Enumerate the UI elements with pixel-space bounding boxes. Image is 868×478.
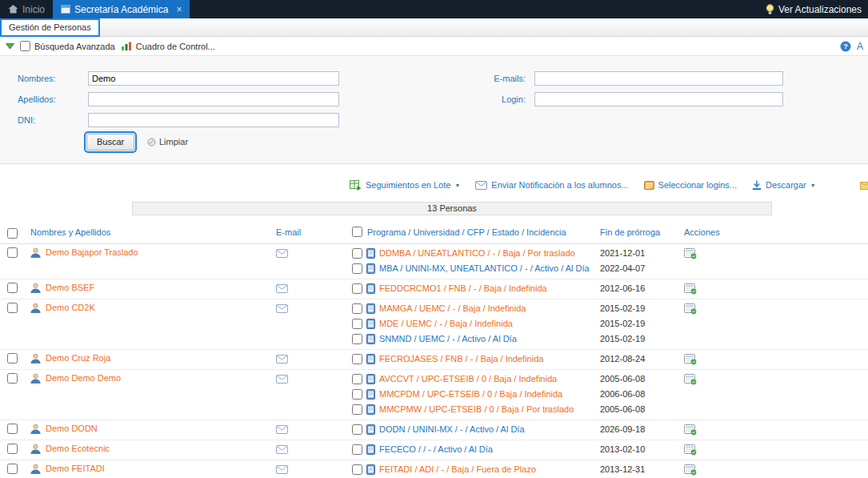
program-link[interactable]: DDMBA / UNEATLANTICO / - / Baja / Por tr… [379,248,575,258]
apellidos-input[interactable] [88,92,339,106]
generar-envio-button[interactable]: Generar Envío... [860,180,868,190]
actions-icon[interactable] [684,444,697,456]
actions-icon[interactable] [684,283,697,295]
busqueda-avanzada-label: Búsqueda Avanzada [34,42,115,51]
help-icon[interactable]: ? [840,41,851,52]
row-checkbox[interactable] [7,247,18,258]
program-checkbox[interactable] [352,263,362,274]
email-icon[interactable] [276,355,288,364]
program-link[interactable]: FECECO / / - / Activo / Al Día [379,444,493,454]
email-icon[interactable] [276,304,288,313]
tab-gestion-de-personas[interactable]: Gestión de Personas [0,18,100,37]
person-name-link[interactable]: Demo Demo Demo [46,373,121,383]
person-name-link[interactable]: Demo DODN [46,424,98,433]
descargar-label: Descargar [766,180,806,190]
lightbulb-icon [766,4,774,15]
nombres-input[interactable] [88,71,339,86]
ver-actualizaciones-label: Ver Actualizaciones [778,4,862,15]
program-checkbox[interactable] [352,424,362,435]
program-checkbox[interactable] [352,444,362,455]
results-table-header: Nombres y Apellidos E-mail Programa / Un… [0,223,868,244]
results-count-band: 13 Personas [132,202,772,215]
column-header-prorroga[interactable]: Fin de prórroga [596,227,680,237]
actions-icon[interactable] [684,247,697,259]
chart-icon [121,41,132,51]
row-checkbox[interactable] [7,303,18,313]
row-checkbox[interactable] [7,444,18,454]
program-checkbox[interactable] [352,283,362,294]
ver-actualizaciones-link[interactable]: Ver Actualizaciones [766,0,868,18]
limpiar-button[interactable]: Limpiar [147,137,188,147]
descargar-menu[interactable]: Descargar ▼ [752,180,816,191]
emails-input[interactable] [534,71,783,86]
program-checkbox[interactable] [352,248,362,259]
program-line: AVCCVT / UPC-ETSEIB / 0 / Baja / Indefin… [348,372,596,387]
emails-label: E-mails: [468,74,526,83]
program-checkbox[interactable] [352,303,362,314]
program-link[interactable]: MMCPDM / UPC-ETSEIB / 0 / Baja / Indefin… [379,389,562,399]
email-icon[interactable] [276,445,288,454]
person-name-link[interactable]: Demo Cruz Roja [46,353,110,363]
program-checkbox[interactable] [352,404,362,415]
cuadro-de-control-button[interactable]: Cuadro de Control... [121,41,215,51]
close-icon[interactable]: × [176,5,182,14]
program-checkbox[interactable] [352,354,362,364]
actions-icon[interactable] [684,303,697,315]
row-checkbox[interactable] [7,283,18,293]
tab-secretaria-academica[interactable]: Secretaría Académica × [53,0,190,18]
seleccionar-logins-button[interactable]: Seleccionar logins... [644,180,737,191]
program-checkbox[interactable] [352,389,362,400]
column-header-email[interactable]: E-mail [268,227,348,237]
column-header-name[interactable]: Nombres y Apellidos [24,227,268,237]
person-name-link[interactable]: Demo Bajapor Traslado [46,247,138,257]
row-checkbox[interactable] [7,424,18,434]
collapse-panel-icon[interactable] [6,43,14,50]
actions-icon[interactable] [684,353,697,365]
fin-prorroga-date: 2013-02-10 [596,442,680,457]
select-all-rows-checkbox[interactable] [7,228,18,239]
document-icon [366,263,375,274]
actions-icon[interactable] [684,424,697,436]
actions-icon[interactable] [684,373,697,385]
program-link[interactable]: FECROJASES / FNB / - / Baja / Indefinida [379,354,543,364]
email-icon[interactable] [276,375,288,384]
select-all-programs-checkbox[interactable] [352,227,362,237]
person-name-link[interactable]: Demo Ecotecnic [46,444,110,453]
program-link[interactable]: FEITADI / ADI / - / Baja / Fuera de Plaz… [379,464,536,474]
person-name-link[interactable]: Demo FEITADI [46,464,105,473]
email-icon[interactable] [276,249,288,258]
dni-input[interactable] [88,113,339,127]
login-input[interactable] [534,92,783,106]
program-checkbox[interactable] [352,374,362,384]
program-checkbox[interactable] [352,334,362,344]
program-checkbox[interactable] [352,319,362,329]
column-header-program[interactable]: Programa / Universidad / CFP / Estado / … [367,227,566,237]
nombres-label: Nombres: [18,74,56,83]
program-link[interactable]: MAMGA / UEMC / - / Baja / Indefinida [379,303,526,313]
row-checkbox[interactable] [7,464,18,474]
busqueda-avanzada-toggle[interactable]: Búsqueda Avanzada [20,41,115,51]
program-link[interactable]: DODN / UNINI-MX / - / Activo / Al Día [379,424,525,434]
program-link[interactable]: SNMND / UEMC / - / Activo / Al Día [379,334,517,343]
program-link[interactable]: AVCCVT / UPC-ETSEIB / 0 / Baja / Indefin… [379,374,557,384]
seguimientos-en-lote-menu[interactable]: Seguimientos en Lote ▼ [350,180,460,191]
program-link[interactable]: MMCPMW / UPC-ETSEIB / 0 / Baja / Por tra… [379,404,574,414]
busqueda-avanzada-checkbox[interactable] [20,41,30,51]
program-link[interactable]: FEDDCRCMO1 / FNB / - / Baja / Indefinida [379,283,547,293]
buscar-button[interactable]: Buscar [86,134,134,151]
email-icon[interactable] [276,284,288,293]
person-name-link[interactable]: Demo CD2K [46,303,95,312]
actions-icon[interactable] [684,464,697,476]
help-link-label[interactable]: A [857,41,863,52]
email-icon[interactable] [276,465,288,474]
program-checkbox[interactable] [352,464,362,475]
program-link[interactable]: MDE / UEMC / - / Baja / Indefinida [379,319,513,328]
tab-inicio[interactable]: Inicio [0,0,53,18]
person-name-link[interactable]: Demo BSEF [46,283,94,292]
column-header-acciones[interactable]: Acciones [680,227,868,237]
row-checkbox[interactable] [7,353,18,364]
row-checkbox[interactable] [7,373,18,384]
program-link[interactable]: MBA / UNINI-MX, UNEATLANTICO / - / Activ… [379,263,590,273]
enviar-notificacion-button[interactable]: Enviar Notificación a los alumnos... [475,180,628,190]
email-icon[interactable] [276,425,288,434]
